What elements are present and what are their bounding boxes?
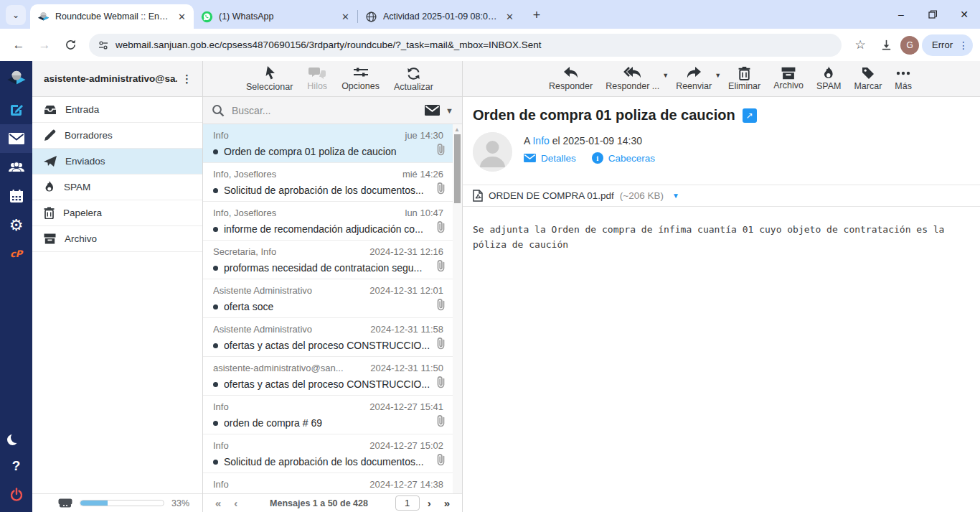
reply-all-button[interactable]: Responder ... [600, 65, 665, 93]
reply-button[interactable]: Responder [543, 65, 598, 93]
folders-column: asistente-administrativo@sa... ⋮ Entrada… [32, 61, 203, 512]
site-settings-icon[interactable] [98, 39, 109, 51]
account-header[interactable]: asistente-administrativo@sa... ⋮ [32, 61, 202, 97]
envelope-icon [524, 154, 536, 162]
forward-caret-icon[interactable]: ▼ [715, 72, 721, 79]
details-toggle[interactable]: Detalles [524, 153, 576, 164]
unread-dot-icon[interactable] [213, 227, 218, 232]
message-list-item[interactable]: Asistente Administrativo 2024-12-31 12:0… [203, 279, 462, 318]
browser-tab-actividad[interactable]: Actividad 2025-01-09 08:00:00 ✕ [358, 4, 522, 29]
unread-dot-icon[interactable] [213, 304, 218, 309]
unread-dot-icon[interactable] [213, 421, 218, 426]
compose-button[interactable] [0, 96, 32, 124]
settings-gear-icon[interactable]: ⚙ [0, 210, 32, 239]
message-subject: ofertas y actas del proceso CONSTRUCCIO.… [224, 378, 443, 390]
browser-menu-kebab-icon[interactable]: ⋮ [958, 39, 969, 51]
browser-tab-whatsapp[interactable]: (1) WhatsApp ✕ [194, 4, 357, 29]
restore-button[interactable] [917, 0, 948, 29]
tab-search-button[interactable]: ⌄ [6, 5, 26, 25]
unread-dot-icon[interactable] [213, 149, 218, 154]
spam-button[interactable]: SPAM [811, 65, 847, 93]
forward-button[interactable]: Reenviar [670, 65, 717, 93]
threads-button[interactable]: Hilos [301, 65, 333, 93]
url-text[interactable]: webmail.sanjuan.gob.ec/cpsess4870690156/… [116, 39, 542, 50]
roundcube-logo-icon[interactable] [0, 61, 32, 96]
unread-dot-icon[interactable] [213, 460, 218, 465]
folder-item-entrada[interactable]: Entrada [32, 97, 202, 123]
list-scrollbar[interactable]: ▲ [453, 124, 462, 493]
message-date: mié 14:26 [402, 169, 443, 180]
refresh-button[interactable]: Actualizar [388, 65, 439, 93]
reply-all-caret-icon[interactable]: ▼ [662, 72, 669, 79]
message-list-item[interactable]: Info jue 14:30 Orden de compra 01 poliza… [203, 124, 462, 163]
forward-button[interactable]: → [33, 34, 56, 57]
dark-mode-moon-icon[interactable] [0, 423, 32, 452]
delete-button[interactable]: Eliminar [722, 65, 766, 93]
prev-page-button[interactable]: ‹ [229, 497, 242, 509]
folder-item-papelera[interactable]: Papelera [32, 200, 202, 226]
cpanel-icon[interactable]: cP [0, 239, 32, 268]
select-button[interactable]: Seleccionar [240, 64, 298, 93]
pagination-info: Mensajes 1 a 50 de 428 [245, 498, 392, 508]
message-list-item[interactable]: Info 2024-12-27 15:02 Solicitud de aprob… [203, 434, 462, 473]
new-tab-button[interactable]: + [527, 6, 546, 24]
bookmark-star-icon[interactable]: ☆ [849, 34, 872, 57]
scroll-up-icon[interactable]: ▲ [454, 126, 460, 133]
message-list-item[interactable]: Asistente Administrativo 2024-12-31 11:5… [203, 318, 462, 357]
flame-icon [822, 66, 835, 80]
mail-nav-icon[interactable] [0, 124, 32, 153]
tab-close-icon[interactable]: ✕ [339, 11, 352, 23]
account-menu-kebab-icon[interactable]: ⋮ [177, 70, 197, 88]
message-list-item[interactable]: Info, Joseflores lun 10:47 informe de re… [203, 202, 462, 241]
message-list-item[interactable]: Info 2024-12-27 14:38 [203, 473, 462, 493]
contacts-nav-icon[interactable] [0, 153, 32, 182]
recipient-link[interactable]: Info [532, 135, 549, 146]
attachment-name[interactable]: ORDEN DE COMPRA 01.pdf [489, 190, 614, 201]
unread-dot-icon[interactable] [213, 266, 218, 271]
attachment-menu-caret-icon[interactable]: ▼ [672, 192, 679, 200]
page-number-input[interactable] [395, 495, 420, 511]
message-subject: Solicitud de aprobación de los documento… [224, 185, 443, 196]
headers-toggle[interactable]: i Cabeceras [592, 152, 655, 164]
downloads-icon[interactable] [875, 34, 897, 57]
last-page-button[interactable]: » [439, 497, 455, 509]
minimize-button[interactable]: – [885, 0, 917, 29]
folder-item-archivo[interactable]: Archivo [32, 226, 202, 252]
profile-avatar[interactable]: G [900, 36, 919, 55]
attachment-paperclip-icon [435, 182, 446, 195]
next-page-button[interactable]: › [423, 497, 436, 509]
message-list-item[interactable]: Info 2024-12-27 15:41 orden de compra # … [203, 396, 462, 434]
url-bar[interactable]: webmail.sanjuan.gob.ec/cpsess4870690156/… [89, 34, 842, 57]
first-page-button[interactable]: « [210, 497, 226, 509]
scroll-thumb[interactable] [454, 134, 461, 203]
help-icon[interactable]: ? [0, 452, 32, 480]
search-input[interactable] [232, 105, 418, 116]
unread-dot-icon[interactable] [213, 343, 218, 348]
message-list-item[interactable]: Secretaria, Info 2024-12-31 12:16 profor… [203, 241, 462, 279]
mark-button[interactable]: Marcar [848, 65, 887, 93]
unread-dot-icon[interactable] [213, 188, 218, 193]
folder-item-borradores[interactable]: Borradores [32, 123, 202, 149]
archive-button[interactable]: Archivo [768, 65, 809, 92]
unread-dot-icon[interactable] [213, 382, 218, 387]
calendar-nav-icon[interactable] [0, 182, 32, 210]
tab-close-icon[interactable]: ✕ [504, 11, 516, 23]
back-button[interactable]: ← [7, 34, 30, 57]
message-list-item[interactable]: Info, Joseflores mié 14:26 Solicitud de … [203, 163, 462, 202]
chevron-down-icon[interactable]: ▼ [446, 106, 453, 115]
message-list-item[interactable]: asistente-administrativo@san... 2024-12-… [203, 357, 462, 396]
browser-tab-roundcube[interactable]: Roundcube Webmail :: Enviados ✕ [30, 4, 194, 29]
folder-item-spam[interactable]: SPAM [32, 174, 202, 200]
more-button[interactable]: Más [889, 65, 918, 93]
error-menu-button[interactable]: Error ⋮ [922, 34, 973, 56]
reload-button[interactable] [59, 34, 82, 57]
message-sender: Info [213, 401, 229, 412]
open-in-new-window-icon[interactable]: ↗ [743, 108, 757, 123]
close-window-button[interactable]: ✕ [948, 0, 980, 29]
search-scope-button[interactable]: ▼ [425, 105, 453, 116]
tab-close-icon[interactable]: ✕ [176, 11, 188, 23]
folder-label: Papelera [63, 208, 102, 218]
options-button[interactable]: Opciones [336, 65, 385, 93]
folder-item-enviados[interactable]: Enviados [32, 149, 202, 174]
logout-power-icon[interactable] [0, 480, 32, 509]
